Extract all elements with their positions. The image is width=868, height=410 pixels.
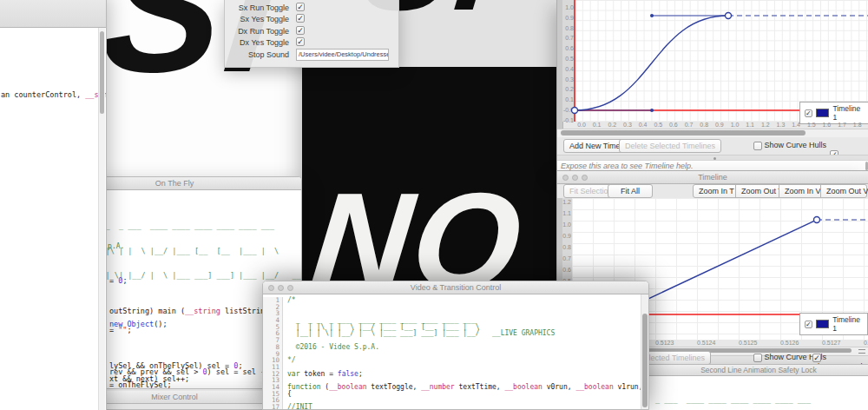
- scrollbar-thumb[interactable]: [642, 314, 648, 407]
- toggle-row: Sx Run Toggle✓: [225, 3, 398, 13]
- fit-all-button[interactable]: Fit All: [608, 184, 653, 198]
- timeline-editor-top: 1.00.90.80.70.60.50.40.30.20.1-0.0-0.1 ✓…: [556, 0, 868, 170]
- show-curve-hulls-checkbox[interactable]: [753, 142, 762, 150]
- ascii-art-line: _ _ _ _ ___ ____ ____ ____ ____ ____ ___: [648, 396, 868, 404]
- safety-lock-titlebar[interactable]: Second Line Animation Safety Lock: [648, 365, 868, 376]
- scrollbar-thumb[interactable]: [561, 130, 806, 136]
- code-line[interactable]: */: [287, 357, 648, 364]
- vtc-title: Video & Transition Control: [411, 283, 501, 292]
- traffic-lights[interactable]: [268, 285, 293, 291]
- toggle-row: Dx Run Toggle✓: [225, 26, 398, 36]
- safety-lock-title: Second Line Animation Safety Lock: [700, 366, 817, 374]
- toggle-label: Dx Run Toggle: [225, 27, 289, 36]
- safety-lock-content: _ _ _ _ ___ ____ ____ ____ ____ ____ ___…: [648, 376, 868, 410]
- toggle-checkbox[interactable]: ✓: [296, 3, 305, 11]
- x-tick-label: 0.5128: [864, 340, 868, 346]
- x-tick-label: 0.5125: [739, 340, 756, 346]
- zoom-out-t-button[interactable]: Zoom Out T: [735, 184, 780, 198]
- code-fragment[interactable]: = onTheFlySel;: [109, 381, 172, 388]
- safety-lock-window: Second Line Animation Safety Lock _ _ _ …: [647, 364, 868, 410]
- toggle-checkbox[interactable]: ✓: [296, 14, 305, 23]
- stop-sound-row: Stop Sound /Users/videe/Desktop/Undresse…: [225, 49, 398, 63]
- ascii-art-undressed: _ _ _ _ ___ ____ ____ ____ ____ ____ ___…: [648, 380, 868, 410]
- code-line[interactable]: var token = false;: [287, 371, 648, 378]
- code-line[interactable]: [287, 304, 648, 311]
- close-icon[interactable]: [268, 285, 274, 291]
- code-line[interactable]: {: [287, 391, 648, 398]
- ascii-art-line: _ _ _ _ ___ ____ ____ ____ ____ ____ ___: [83, 222, 301, 231]
- toggle-label: Dx Yes Toggle: [225, 38, 289, 47]
- legend-label: Timeline 1: [832, 315, 863, 333]
- legend-label: Timeline 1: [832, 104, 864, 122]
- stop-sound-field[interactable]: /Users/videe/Desktop/Undressed: [296, 49, 389, 61]
- code-fragment[interactable]: = "";: [109, 327, 132, 334]
- toggle-panel: Sx Run Toggle✓Sx Yes Toggle✓Dx Run Toggl…: [224, 0, 399, 68]
- vtc-editor[interactable]: 1234567891011121314151617 /* _ _ _ _ ___…: [263, 294, 648, 409]
- zoom-in-v-button[interactable]: Zoom In V: [779, 184, 822, 198]
- show-legend-checkbox[interactable]: ✓: [812, 354, 821, 362]
- line-number-gutter: 1234567891011121314151617: [263, 297, 283, 409]
- left-window-code[interactable]: an counterControl, __string count: [1, 90, 106, 99]
- left-window-content: an counterControl, __string count: [0, 28, 106, 410]
- code-line[interactable]: [287, 397, 648, 404]
- mixer-control-title: Mixer Control: [151, 393, 198, 401]
- zoom-icon[interactable]: [582, 175, 588, 181]
- zoom-icon[interactable]: [287, 285, 293, 291]
- code-line[interactable]: [287, 351, 648, 358]
- minimize-icon[interactable]: [572, 175, 578, 181]
- legend-checkbox[interactable]: ✓: [805, 321, 812, 328]
- delete-selected-timelines-button[interactable]: Delete Selected Timelines: [619, 139, 721, 153]
- x-tick-label: 1.9: [864, 122, 868, 128]
- giant-no-text: NO: [306, 172, 529, 281]
- code-fragment[interactable]: = 0;: [109, 277, 128, 285]
- toggle-row: Sx Yes Toggle✓: [225, 14, 398, 24]
- zoom-out-v-button[interactable]: Zoom Out V: [820, 184, 867, 198]
- toggle-row: Dx Yes Toggle✓: [225, 37, 398, 48]
- timeline-button-row: Add New Timeline Delete Selected Timelin…: [557, 137, 868, 155]
- traffic-lights[interactable]: [562, 175, 588, 181]
- legend-color-swatch: [816, 320, 829, 328]
- code-line[interactable]: /*: [287, 297, 648, 304]
- vtc-window: Video & Transition Control 1234567891011…: [262, 281, 649, 410]
- toggle-label: Sx Run Toggle: [225, 3, 289, 12]
- toggle-checkbox[interactable]: ✓: [296, 26, 305, 35]
- legend-color-swatch: [816, 109, 830, 117]
- zoom-in-t-button[interactable]: Zoom In T: [693, 184, 738, 198]
- legend-box[interactable]: ✓ Timeline 1: [799, 313, 868, 335]
- show-curve-hulls-checkbox[interactable]: [753, 354, 762, 362]
- minimize-icon[interactable]: [278, 285, 284, 291]
- legend-checkbox[interactable]: ✓: [805, 109, 812, 117]
- close-icon[interactable]: [562, 175, 569, 181]
- left-code-window: an counterControl, __string count: [0, 0, 107, 410]
- code-line[interactable]: function (__boolean textToggle, __number…: [287, 384, 648, 391]
- stop-sound-label: Stop Sound: [225, 50, 289, 59]
- timeline-toolbar: Fit Selection Fit All Zoom In T Zoom Out…: [557, 183, 868, 198]
- vtc-code[interactable]: /* _ _ _ _ ___ ____ ____ ____ ____ ____ …: [287, 297, 648, 409]
- vtc-titlebar[interactable]: Video & Transition Control: [263, 281, 648, 294]
- vertical-scrollbar[interactable]: [641, 294, 648, 409]
- on-the-fly-title: On The Fly: [155, 179, 194, 188]
- x-tick-label: 0.5127: [822, 340, 839, 346]
- left-window-titlebar[interactable]: [0, 0, 106, 28]
- timeline-titlebar[interactable]: Timeline: [557, 171, 868, 184]
- x-tick-label: 0.5126: [780, 340, 798, 346]
- toggle-checkbox[interactable]: ✓: [296, 37, 305, 46]
- desktop: SI SI NO 1.00.90.80.70.60.50.40.30.20.1-…: [0, 0, 868, 410]
- x-axis-labels: 0.00.10.20.30.40.50.60.70.80.91.01.11.21…: [557, 122, 868, 129]
- code-line[interactable]: ©2016 - Videe S.p.A.: [287, 344, 648, 351]
- x-tick-label: 0.5124: [697, 340, 714, 346]
- code-line[interactable]: |__| | \| |__/ | \ |___ ___] ___] |___ |…: [287, 330, 648, 337]
- toggle-label: Sx Yes Toggle: [225, 15, 289, 23]
- timeline-help-text: Expose this area to see Timeline help.: [561, 162, 694, 170]
- scrollbar-thumb[interactable]: [100, 31, 104, 114]
- timeline-window-title: Timeline: [698, 173, 727, 182]
- x-tick-label: 0.5123: [655, 340, 673, 346]
- line-number: 17: [263, 404, 282, 409]
- code-line[interactable]: //INIT: [287, 404, 648, 409]
- vertical-scrollbar[interactable]: [98, 28, 105, 410]
